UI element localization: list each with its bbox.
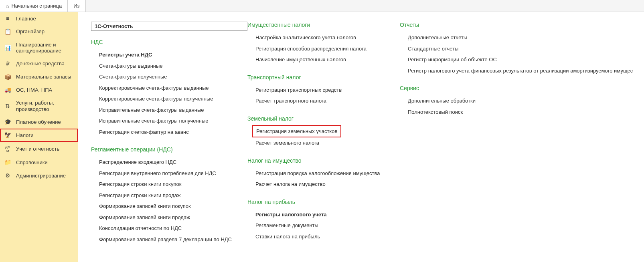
menu-link[interactable]: Корректировочные счета-фактуры выданные [91,83,247,94]
sidebar-icon: 🚚 [4,87,11,93]
sidebar-item-2[interactable]: 📊Планирование и санкционирование [0,38,78,57]
group-header: Сервис [400,85,640,91]
menu-link[interactable]: Регистрация счетов-фактур на аванс [91,127,247,138]
sidebar-label: Органайзер [16,28,45,35]
sidebar-item-5[interactable]: 🚚ОС, НМА, НПА [0,83,78,97]
tab-home[interactable]: ⌂ Начальная страница [0,0,68,12]
sidebar-label: Услуги, работы, производство [16,100,74,112]
sidebar-icon: 📦 [4,74,11,81]
menu-link[interactable]: Регистр налогового учета финансовых резу… [400,65,640,77]
menu-link[interactable]: Счета-фактуры выданные [91,60,247,72]
menu-link[interactable]: Счета-фактуры полученные [91,71,247,83]
menu-link[interactable]: Корректировочные счета-фактуры полученны… [91,93,247,105]
menu-link[interactable]: Регистрация транспортных средств [247,85,400,96]
group-header: Отчеты [400,22,640,28]
sidebar-label: Планирование и санкционирование [16,42,74,54]
menu-link[interactable]: Начисление имущественных налогов [247,54,400,65]
menu-link[interactable]: Регистрация строки книги покупок [91,179,247,190]
sidebar-label: Материальные запасы [16,74,71,80]
sidebar: ≡Главное📋Органайзер📊Планирование и санкц… [0,12,78,262]
sidebar-label: Денежные средства [16,60,65,67]
menu-link[interactable]: Расчет земельного налога [247,137,400,149]
tab-home-label: Начальная страница [11,3,62,9]
menu-link[interactable]: Регистрация строки книги продаж [91,190,247,201]
menu-link[interactable]: Расчет налога на имущество [247,179,400,190]
menu-link[interactable]: Полнотекстовый поиск [400,107,640,118]
sidebar-icon: ⇅ [4,103,11,109]
tab-partial-label: Из [73,3,79,9]
sidebar-item-0[interactable]: ≡Главное [0,12,78,25]
sidebar-item-4[interactable]: 📦Материальные запасы [0,71,78,84]
group-header: Имущественные налоги [247,22,400,28]
sidebar-icon: 📁 [4,159,11,166]
sidebar-label: Платное обучение [16,119,61,125]
sidebar-item-7[interactable]: 🎓Платное обучение [0,115,78,129]
sidebar-item-10[interactable]: 📁Справочники [0,156,78,169]
menu-link[interactable]: Стандартные отчеты [400,43,640,54]
reporting-box[interactable]: 1С-Отчетность [91,22,247,31]
sidebar-icon: Дт/Кт [4,145,11,153]
sidebar-item-3[interactable]: ₽Денежные средства [0,57,78,71]
sidebar-icon: ⚙ [4,172,11,179]
menu-link[interactable]: Формирование записей книги покупок [91,201,247,212]
sidebar-item-6[interactable]: ⇅Услуги, работы, производство [0,97,78,115]
menu-link[interactable]: Регистрация порядка налогообложения имущ… [247,168,400,179]
group-header: Транспортный налог [247,74,400,81]
menu-link[interactable]: Исправительные счета-фактуры полученные [91,115,247,127]
menu-link[interactable]: Дополнительные отчеты [400,32,640,43]
group-header: Регламентные операции (НДС) [91,146,247,153]
sidebar-label: Администрирование [16,173,66,179]
sidebar-icon: 📋 [4,28,11,35]
menu-link[interactable]: Регламентные документы [247,220,400,231]
tab-partial[interactable]: Из [68,0,85,12]
menu-link[interactable]: Регистр информации об объекте ОС [400,54,640,65]
menu-link[interactable]: Исправительные счета-фактуры выданные [91,105,247,116]
sidebar-item-1[interactable]: 📋Органайзер [0,25,78,38]
group-header: Налог на прибыль [247,199,400,205]
menu-link[interactable]: Регистрация способов распределения налог… [247,43,400,54]
menu-link[interactable]: Регистрация земельных участков [253,126,340,137]
sidebar-icon: 🎓 [4,119,11,125]
group-header: Земельный налог [247,115,400,122]
sidebar-icon: ≡ [4,15,11,22]
menu-link[interactable]: Настройка аналитического учета налогов [247,32,400,43]
menu-link[interactable]: Регистры налогового учета [247,209,400,220]
menu-link[interactable]: Ставки налога на прибыль [247,231,400,242]
group-header: Налог на имущество [247,157,400,164]
menu-link[interactable]: Регистрация внутреннего потребления для … [91,168,247,179]
sidebar-icon: 🦅 [4,132,11,139]
sidebar-item-9[interactable]: Дт/КтУчет и отчетность [0,142,78,156]
tab-bar: ⌂ Начальная страница Из [0,0,644,12]
sidebar-icon: ₽ [4,60,11,67]
content-area: 1С-ОтчетностьНДСРегистры учета НДССчета-… [78,12,644,262]
menu-link[interactable]: Распределение входящего НДС [91,157,247,168]
sidebar-label: Налоги [16,132,34,139]
sidebar-icon: 📊 [4,44,11,51]
sidebar-item-11[interactable]: ⚙Администрирование [0,169,78,182]
menu-link[interactable]: Регистры учета НДС [91,49,247,60]
menu-link[interactable]: Формирование записей раздела 7 деклараци… [91,234,247,245]
home-icon: ⌂ [6,3,9,9]
group-header: НДС [91,39,247,45]
sidebar-label: Учет и отчетность [16,146,59,152]
sidebar-label: Главное [16,16,36,22]
menu-link[interactable]: Дополнительные обработки [400,95,640,107]
menu-link[interactable]: Консолидация отчетности по НДС [91,223,247,234]
menu-link[interactable]: Расчет транспортного налога [247,95,400,107]
sidebar-item-8[interactable]: 🦅Налоги [0,129,78,142]
sidebar-label: Справочники [16,159,48,166]
menu-link[interactable]: Формирование записей книги продаж [91,212,247,223]
sidebar-label: ОС, НМА, НПА [16,87,52,93]
